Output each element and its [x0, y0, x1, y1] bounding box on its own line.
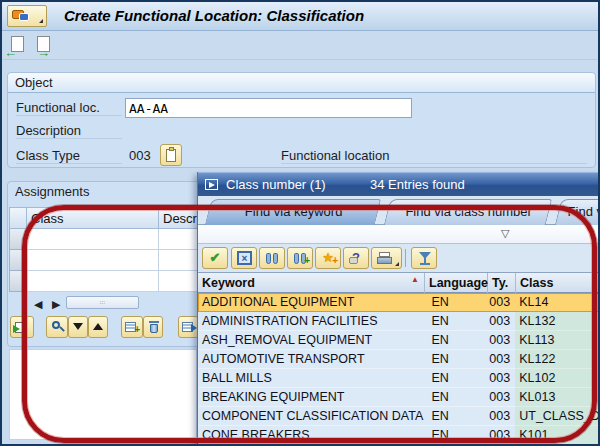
cancel-x-icon: × [237, 251, 252, 265]
checkmark-icon: ✔ [210, 250, 221, 265]
type-cell[interactable]: 003 [486, 388, 515, 407]
tab-strip: Find via keyword Find via class number F… [198, 196, 600, 225]
keyword-cell[interactable]: AUTOMOTIVE TRANSPORT [198, 350, 424, 369]
help-button[interactable]: ? [343, 247, 369, 269]
result-row[interactable]: BREAKING EQUIPMENT EN 003 KL013 [198, 388, 600, 407]
type-cell[interactable]: 003 [486, 350, 515, 369]
result-row[interactable]: CONE BREAKERS EN 003 K101 [198, 426, 600, 445]
title-bar: Create Functional Location: Classificati… [2, 2, 598, 31]
exit-arrow-icon: → [37, 46, 50, 59]
language-cell[interactable]: EN [424, 293, 486, 312]
class-cell[interactable] [27, 229, 159, 250]
find-button[interactable] [259, 247, 285, 269]
dialog-window-icon [205, 179, 218, 190]
keyword-cell[interactable]: CONE BREAKERS [198, 426, 424, 445]
filter-button[interactable] [411, 247, 437, 269]
language-cell[interactable]: EN [424, 426, 486, 445]
result-row[interactable]: ADMINISTRATION FACILITIES EN 003 KL132 [198, 312, 600, 331]
select-all-header[interactable] [9, 207, 27, 229]
type-cell[interactable]: 003 [486, 426, 515, 445]
toolbar-separator [405, 249, 406, 267]
plus-icon: + [134, 325, 140, 335]
keyword-column-header[interactable]: Keyword [198, 273, 425, 293]
favorites-add-button[interactable]: ★ + [315, 247, 341, 269]
keyword-cell[interactable]: BREAKING EQUIPMENT [198, 388, 424, 407]
class-cell[interactable] [27, 250, 159, 271]
move-down-button[interactable] [68, 316, 88, 338]
back-button[interactable]: ← [6, 36, 28, 56]
sap-window: Create Functional Location: Classificati… [0, 0, 600, 446]
result-row[interactable]: ADDITIONAL EQUIPMENT EN 003 KL14 [198, 293, 600, 312]
scroll-right-icon[interactable]: ▶ [52, 298, 60, 311]
result-row[interactable]: ASH_REMOVAL EQUIPMENT EN 003 KL113 [198, 331, 600, 350]
result-row[interactable]: BALL MILLS EN 003 KL102 [198, 369, 600, 388]
keyword-cell[interactable]: ASH_REMOVAL EQUIPMENT [198, 331, 424, 350]
up-triangle-icon [93, 323, 103, 330]
language-column-header[interactable]: Language [425, 273, 488, 293]
magnifier-handle-icon [59, 326, 65, 332]
search-criteria-strip: ▽ [198, 225, 600, 244]
find-class-button[interactable] [46, 316, 68, 338]
tab-find-via-other[interactable]: Find via [555, 199, 600, 225]
exit-button[interactable]: → [32, 36, 54, 56]
class-column-header[interactable]: Class [27, 207, 159, 229]
type-cell[interactable]: 003 [486, 407, 515, 426]
class-column-header[interactable]: Class [516, 273, 600, 293]
type-column-header[interactable]: Ty. [488, 273, 516, 293]
row-selector[interactable] [9, 250, 27, 271]
type-cell[interactable]: 003 [486, 312, 515, 331]
language-cell[interactable]: EN [424, 388, 486, 407]
class-cell[interactable] [27, 271, 159, 292]
dialog-title-bar[interactable]: Class number (1) 34 Entries found [198, 172, 600, 196]
result-row[interactable]: COMPONENT CLASSIFICATION DATA EN 003 UT_… [198, 407, 600, 426]
class-cell[interactable]: KL113 [515, 331, 600, 350]
accept-button[interactable]: ✔ [202, 247, 228, 269]
class-type-button[interactable] [160, 144, 182, 166]
class-cell[interactable]: KL122 [515, 350, 600, 369]
tab-find-via-keyword[interactable]: Find via keyword [205, 199, 381, 225]
cancel-button[interactable]: × [231, 247, 257, 269]
class-cell[interactable]: KL013 [515, 388, 600, 407]
keyword-cell[interactable]: COMPONENT CLASSIFICATION DATA [198, 407, 424, 426]
language-cell[interactable]: EN [424, 369, 486, 388]
print-button[interactable] [371, 247, 402, 269]
scroll-left-icon[interactable]: ◀ [34, 298, 42, 311]
type-cell[interactable]: 003 [486, 293, 515, 312]
class-type-value: 003 [129, 148, 151, 163]
scrollbar-thumb[interactable]: ∶∶∶ [66, 296, 139, 309]
find-next-button[interactable]: + [287, 247, 313, 269]
tab-find-via-class-number[interactable]: Find via class number [384, 199, 552, 225]
class-cell[interactable]: KL102 [515, 369, 600, 388]
dropdown-corner-icon [39, 19, 43, 23]
language-cell[interactable]: EN [424, 312, 486, 331]
language-cell[interactable]: EN [424, 407, 486, 426]
results-header-row: Keyword ▲ Language Ty. Class [198, 272, 600, 293]
values-button[interactable] [178, 316, 199, 338]
language-cell[interactable]: EN [424, 331, 486, 350]
entries-found-label: 34 Entries found [370, 173, 465, 197]
insert-row-button[interactable]: + [121, 316, 143, 338]
move-up-button[interactable] [88, 316, 108, 338]
trash-lid-icon [149, 321, 159, 323]
keyword-cell[interactable]: BALL MILLS [198, 369, 424, 388]
dialog-title: Class number (1) [226, 173, 326, 197]
type-cell[interactable]: 003 [486, 369, 515, 388]
menu-button[interactable] [7, 5, 47, 27]
plus-icon: + [332, 256, 338, 266]
delete-row-button[interactable] [143, 316, 163, 338]
expand-dropdown-icon[interactable]: ▽ [501, 227, 509, 240]
class-cell[interactable]: K101 [515, 426, 600, 445]
type-cell[interactable]: 003 [486, 331, 515, 350]
keyword-cell[interactable]: ADDITIONAL EQUIPMENT [198, 293, 424, 312]
row-selector[interactable] [9, 229, 27, 250]
class-cell[interactable]: UT_CLASS_DA [515, 407, 600, 426]
overview-button[interactable] [10, 316, 34, 338]
result-row[interactable]: AUTOMOTIVE TRANSPORT EN 003 KL122 [198, 350, 600, 369]
class-cell[interactable]: KL14 [515, 293, 600, 312]
class-cell[interactable]: KL132 [515, 312, 600, 331]
keyword-cell[interactable]: ADMINISTRATION FACILITIES [198, 312, 424, 331]
functional-loc-input[interactable] [125, 98, 412, 118]
binoculars-icon [273, 253, 278, 264]
language-cell[interactable]: EN [424, 350, 486, 369]
row-selector[interactable] [9, 271, 27, 292]
